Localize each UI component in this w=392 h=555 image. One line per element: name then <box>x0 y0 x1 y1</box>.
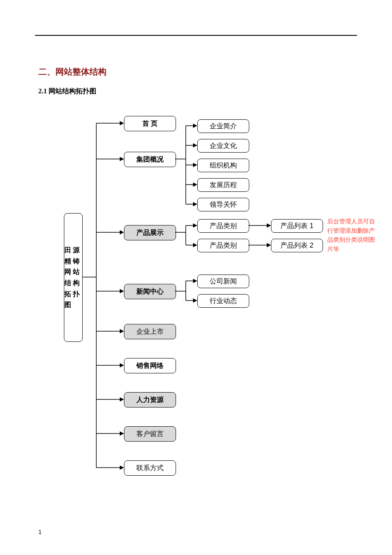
svg-marker-17 <box>120 431 124 436</box>
svg-marker-9 <box>120 289 124 293</box>
svg-marker-25 <box>193 143 197 147</box>
svg-marker-5 <box>120 157 124 161</box>
svg-marker-31 <box>193 202 197 206</box>
topology-diagram: 田源精铸网站结构拓扑图 首 页 集团概况 产品展示 新闻中心 企业上市 销售网络… <box>0 111 392 482</box>
connectors <box>0 111 392 482</box>
svg-marker-3 <box>120 121 124 125</box>
svg-marker-37 <box>193 243 197 247</box>
section-title: 二、网站整体结构 <box>38 66 107 78</box>
svg-marker-29 <box>193 182 197 187</box>
svg-marker-45 <box>193 279 197 283</box>
svg-marker-47 <box>193 298 197 303</box>
svg-marker-41 <box>267 243 271 247</box>
page-top-rule <box>35 35 357 36</box>
svg-marker-39 <box>267 223 271 228</box>
svg-marker-27 <box>193 163 197 167</box>
svg-marker-19 <box>120 465 124 470</box>
svg-marker-23 <box>193 124 197 128</box>
svg-marker-11 <box>120 329 124 333</box>
page-number: 1 <box>38 529 42 535</box>
svg-marker-13 <box>120 363 124 367</box>
svg-marker-15 <box>120 397 124 402</box>
section-subtitle: 2.1 网站结构拓扑图 <box>38 87 96 96</box>
svg-marker-35 <box>193 223 197 228</box>
svg-marker-7 <box>120 230 124 234</box>
